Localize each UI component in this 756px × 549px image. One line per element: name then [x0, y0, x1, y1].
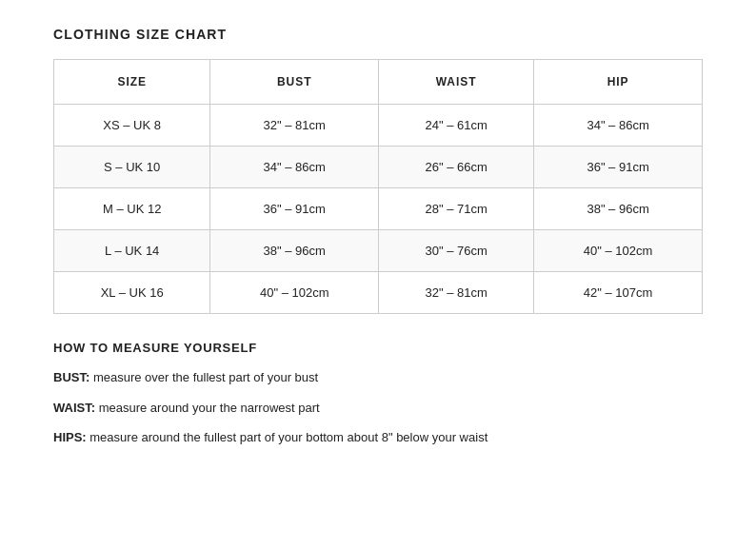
table-cell: 36" – 91cm	[210, 188, 379, 230]
table-row: XS – UK 832" – 81cm24" – 61cm34" – 86cm	[54, 105, 703, 147]
table-cell: S – UK 10	[54, 147, 210, 188]
instruction-line: WAIST: measure around your the narrowest…	[53, 399, 703, 418]
table-cell: 32" – 81cm	[210, 105, 379, 147]
instruction-label: HIPS:	[53, 430, 87, 444]
table-cell: XS – UK 8	[54, 105, 210, 147]
instructions-container: BUST: measure over the fullest part of y…	[53, 368, 703, 447]
table-cell: 28" – 71cm	[379, 188, 534, 230]
table-cell: 40" – 102cm	[534, 230, 703, 272]
page-title: CLOTHING SIZE CHART	[53, 27, 703, 42]
table-cell: 34" – 86cm	[210, 147, 379, 188]
table-row: M – UK 1236" – 91cm28" – 71cm38" – 96cm	[54, 188, 703, 230]
table-cell: 32" – 81cm	[379, 272, 534, 314]
table-cell: 42" – 107cm	[534, 272, 703, 314]
table-cell: 30" – 76cm	[379, 230, 534, 272]
table-cell: 36" – 91cm	[534, 147, 703, 188]
col-header-size: SIZE	[54, 60, 210, 105]
col-header-waist: WAIST	[379, 60, 534, 105]
col-header-hip: HIP	[534, 60, 703, 105]
table-cell: 24" – 61cm	[379, 105, 534, 147]
table-row: S – UK 1034" – 86cm26" – 66cm36" – 91cm	[54, 147, 703, 188]
size-chart-table: SIZE BUST WAIST HIP XS – UK 832" – 81cm2…	[53, 59, 703, 314]
table-row: XL – UK 1640" – 102cm32" – 81cm42" – 107…	[54, 272, 703, 314]
instructions-title: HOW TO MEASURE YOURSELF	[53, 341, 703, 355]
table-cell: 40" – 102cm	[210, 272, 379, 314]
table-cell: 26" – 66cm	[379, 147, 534, 188]
table-header-row: SIZE BUST WAIST HIP	[54, 60, 703, 105]
table-row: L – UK 1438" – 96cm30" – 76cm40" – 102cm	[54, 230, 703, 272]
table-cell: 34" – 86cm	[534, 105, 703, 147]
instruction-line: BUST: measure over the fullest part of y…	[53, 368, 703, 387]
table-cell: L – UK 14	[54, 230, 210, 272]
table-cell: 38" – 96cm	[210, 230, 379, 272]
table-cell: XL – UK 16	[54, 272, 210, 314]
table-cell: M – UK 12	[54, 188, 210, 230]
table-cell: 38" – 96cm	[534, 188, 703, 230]
instruction-label: BUST:	[53, 370, 90, 384]
instruction-line: HIPS: measure around the fullest part of…	[53, 428, 703, 447]
instruction-label: WAIST:	[53, 401, 95, 415]
col-header-bust: BUST	[210, 60, 379, 105]
